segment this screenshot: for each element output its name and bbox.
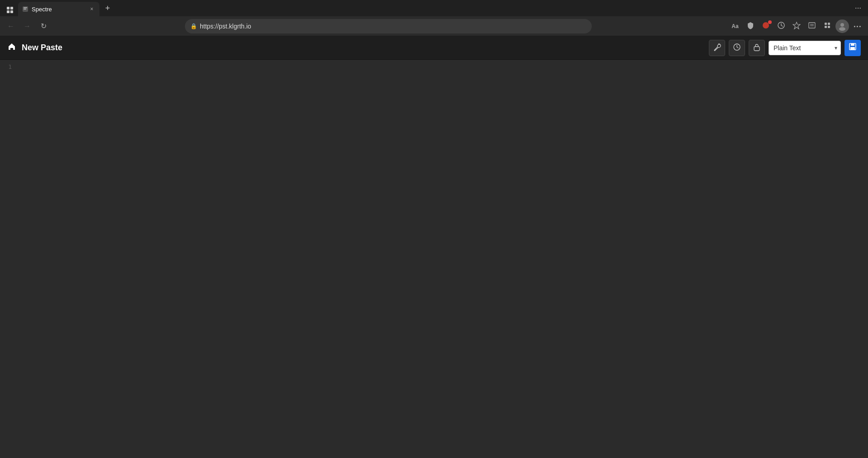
notification-button[interactable] — [759, 19, 773, 33]
browser-settings-button[interactable]: ⋯ — [850, 19, 864, 33]
home-icon — [7, 42, 16, 53]
code-textarea[interactable] — [17, 62, 864, 458]
tab-bar-left-controls — [4, 4, 16, 16]
refresh-button[interactable]: ↻ — [36, 19, 51, 33]
line-number-1: 1 — [8, 63, 12, 70]
svg-rect-22 — [851, 43, 854, 46]
star-icon — [793, 21, 801, 31]
svg-rect-3 — [10, 10, 13, 13]
svg-rect-14 — [828, 23, 830, 25]
syntax-select-wrapper[interactable]: Plain Text C C++ CSS HTML Java JavaScrip… — [769, 41, 841, 55]
clock-icon — [733, 43, 741, 53]
tab-title: Spectre — [32, 6, 85, 13]
save-icon — [848, 42, 857, 53]
address-bar[interactable]: 🔒 — [185, 19, 592, 33]
svg-rect-20 — [754, 47, 760, 51]
new-tab-button[interactable]: + — [101, 2, 114, 14]
app-toolbar: New Paste — [0, 36, 868, 60]
collections-icon — [808, 21, 816, 31]
address-input[interactable] — [200, 23, 586, 30]
svg-rect-5 — [24, 7, 27, 8]
history-button[interactable] — [774, 19, 788, 33]
wrench-icon — [713, 43, 721, 53]
browser-more-button[interactable]: ⋯ — [852, 2, 864, 14]
more-dots-icon: ⋯ — [855, 5, 861, 12]
browser-chrome: Spectre × + ⋯ ← → ↻ 🔒 Aa — [0, 0, 868, 36]
svg-rect-10 — [809, 23, 815, 28]
forward-button[interactable]: → — [20, 19, 34, 33]
back-button[interactable]: ← — [4, 19, 18, 33]
extensions-button[interactable] — [820, 19, 835, 33]
save-button[interactable] — [844, 40, 861, 56]
svg-point-18 — [839, 27, 845, 31]
app-title: New Paste — [22, 43, 705, 52]
extensions-icon — [823, 21, 831, 31]
collections-button[interactable] — [805, 19, 819, 33]
svg-rect-16 — [828, 26, 830, 28]
tab-close-button[interactable]: × — [88, 5, 96, 13]
code-editor[interactable] — [14, 60, 868, 458]
reader-view-button[interactable]: Aa — [728, 19, 742, 33]
back-icon: ← — [7, 22, 14, 30]
tab-favicon-icon — [22, 5, 29, 13]
profile-button[interactable] — [835, 19, 849, 33]
lock-icon: 🔒 — [190, 23, 197, 29]
svg-rect-0 — [7, 7, 9, 10]
svg-point-17 — [840, 23, 844, 27]
tab-overview-button[interactable] — [4, 4, 16, 16]
svg-rect-15 — [825, 26, 827, 28]
notification-icon — [762, 21, 770, 31]
history-icon — [777, 21, 785, 31]
syntax-select[interactable]: Plain Text C C++ CSS HTML Java JavaScrip… — [769, 41, 841, 55]
refresh-icon: ↻ — [41, 22, 47, 30]
forward-icon: → — [24, 22, 31, 30]
lock-icon — [753, 43, 760, 53]
more-icon: ⋯ — [853, 21, 861, 31]
favorites-button[interactable] — [789, 19, 804, 33]
address-bar-row: ← → ↻ 🔒 Aa — [0, 16, 868, 36]
privacy-lock-button[interactable] — [749, 40, 765, 56]
svg-rect-23 — [850, 47, 855, 50]
svg-rect-13 — [825, 23, 827, 25]
reader-view-icon: Aa — [731, 23, 738, 29]
tab-bar-actions: ⋯ — [852, 2, 868, 14]
editor-content: 1 — [0, 60, 868, 458]
wrench-button[interactable] — [709, 40, 725, 56]
address-bar-right-actions: Aa — [728, 19, 864, 33]
clock-button[interactable] — [729, 40, 745, 56]
svg-rect-6 — [24, 9, 26, 10]
line-number-column: 1 — [0, 60, 14, 458]
tab-bar: Spectre × + ⋯ — [0, 0, 868, 16]
editor-area[interactable]: 1 — [0, 60, 868, 458]
svg-point-7 — [763, 22, 769, 29]
shield-button[interactable] — [743, 19, 758, 33]
toolbar-right: Plain Text C C++ CSS HTML Java JavaScrip… — [709, 40, 861, 56]
svg-marker-9 — [793, 22, 800, 29]
svg-rect-2 — [7, 10, 9, 13]
shield-icon — [746, 21, 755, 31]
active-tab[interactable]: Spectre × — [18, 2, 99, 16]
svg-rect-1 — [10, 7, 13, 10]
